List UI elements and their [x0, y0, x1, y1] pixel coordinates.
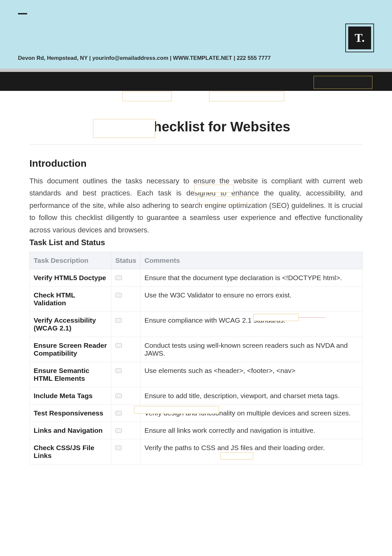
table-row: Links and Navigation Ensure all links wo…	[30, 422, 363, 439]
edit-field[interactable]	[220, 452, 253, 460]
logo: T.	[345, 24, 374, 52]
task-description: Test Responsiveness	[30, 404, 111, 422]
logo-text: T.	[348, 26, 371, 49]
intro-paragraph: This document outlines the tasks necessa…	[29, 175, 363, 236]
table-row: Include Meta Tags Ensure to add title, d…	[30, 387, 363, 404]
task-comment-text: Verify the paths to CSS and JS files and…	[144, 444, 325, 451]
task-comment: Use elements such as <header>, <footer>,…	[140, 362, 363, 387]
edit-field[interactable]	[253, 314, 299, 321]
task-comment: Ensure to add title, description, viewpo…	[140, 387, 363, 404]
table-row: Ensure Semantic HTML Elements Use elemen…	[30, 362, 363, 387]
checkbox-icon[interactable]	[115, 428, 122, 433]
task-description: Check HTML Validation	[30, 286, 111, 312]
task-description: Ensure Semantic HTML Elements	[30, 362, 111, 387]
tasklist-heading: Task List and Status	[29, 238, 363, 247]
checkbox-icon[interactable]	[115, 276, 122, 280]
task-comment: Ensure all links work correctly and navi…	[140, 422, 363, 439]
table-row: Check HTML Validation Use the W3C Valida…	[30, 286, 363, 312]
task-table: Task Description Status Comments Verify …	[29, 252, 363, 464]
checkbox-icon[interactable]	[115, 343, 122, 348]
task-description: Ensure Screen Reader Compatibility	[30, 337, 111, 362]
task-description: Include Meta Tags	[30, 387, 111, 404]
title-edit-overlay[interactable]	[93, 119, 155, 138]
task-description: Links and Navigation	[30, 422, 111, 439]
task-comment: Verify design and functionality on multi…	[140, 404, 363, 422]
checkbox-icon[interactable]	[115, 318, 122, 323]
table-row: Check CSS/JS File Links Verify the paths…	[30, 439, 363, 464]
edit-line	[299, 317, 325, 318]
table-row: Verify Accessibility (WCAG 2.1) Ensure c…	[30, 312, 363, 337]
page-title: HTML Checklist for Websites	[29, 119, 363, 135]
edit-field[interactable]	[122, 92, 172, 101]
task-status	[111, 362, 140, 387]
task-comment: Use the W3C Validator to ensure no error…	[140, 286, 363, 312]
task-comment: Verify the paths to CSS and JS files and…	[140, 439, 363, 464]
task-comment: Conduct tests using well-known screen re…	[140, 337, 363, 362]
task-description: Check CSS/JS File Links	[30, 439, 111, 464]
task-status	[111, 387, 140, 404]
checkbox-icon[interactable]	[115, 394, 122, 398]
edit-field[interactable]	[314, 76, 372, 89]
address-line: Devon Rd, Hempstead, NY | yourinfo@email…	[18, 55, 271, 61]
nav-bar	[0, 72, 392, 91]
checkbox-icon[interactable]	[115, 368, 122, 373]
table-row: Verify HTML5 Doctype Ensure that the doc…	[30, 269, 363, 286]
document-body: HTML Checklist for Websites Introduction…	[0, 119, 392, 484]
menu-dash-icon	[18, 13, 27, 14]
col-status: Status	[111, 252, 140, 269]
task-status	[111, 286, 140, 312]
intro-heading: Introduction	[29, 158, 363, 169]
col-comments: Comments	[140, 252, 363, 269]
task-status	[111, 337, 140, 362]
task-status	[111, 439, 140, 464]
table-header-row: Task Description Status Comments	[30, 252, 363, 269]
checkbox-icon[interactable]	[115, 411, 122, 415]
edit-field[interactable]	[209, 92, 284, 101]
checkbox-icon[interactable]	[115, 446, 122, 450]
checkbox-icon[interactable]	[115, 293, 122, 297]
task-status	[111, 312, 140, 337]
edit-field[interactable]	[194, 185, 234, 193]
task-description: Verify HTML5 Doctype	[30, 269, 111, 286]
task-description: Verify Accessibility (WCAG 2.1)	[30, 312, 111, 337]
edit-field[interactable]	[134, 406, 219, 414]
table-row: Test Responsiveness Verify design and fu…	[30, 404, 363, 422]
col-task-description: Task Description	[30, 252, 111, 269]
task-comment: Ensure that the document type declaratio…	[140, 269, 363, 286]
sub-nav-edit-area	[0, 91, 392, 103]
divider-strip	[0, 69, 392, 72]
table-row: Ensure Screen Reader Compatibility Condu…	[30, 337, 363, 362]
edit-field[interactable]	[198, 196, 253, 204]
task-status	[111, 269, 140, 286]
title-separator	[29, 144, 363, 145]
header-banner: T. Devon Rd, Hempstead, NY | yourinfo@em…	[0, 0, 392, 69]
task-comment: Ensure compliance with WCAG 2.1 standard…	[140, 312, 363, 337]
task-status	[111, 422, 140, 439]
